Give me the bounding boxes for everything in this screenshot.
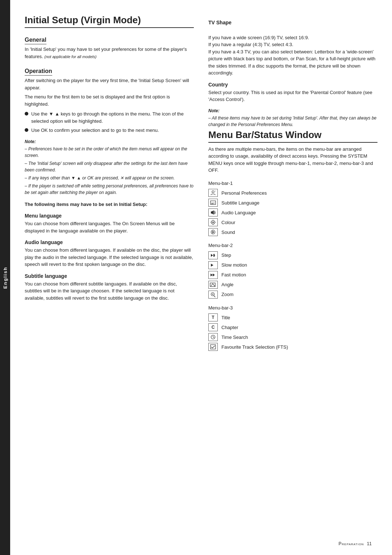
svg-marker-17 xyxy=(211,264,213,267)
menu-bar-2-label: Menu-bar-2 xyxy=(208,242,377,249)
menu-item-zoom-label: Zoom xyxy=(221,292,233,297)
general-title: General xyxy=(25,37,46,44)
country-title: Country xyxy=(208,82,377,88)
sidebar-label: English xyxy=(3,267,8,289)
step-icon xyxy=(208,251,218,259)
svg-marker-14 xyxy=(211,254,213,257)
svg-point-0 xyxy=(212,191,214,193)
svg-line-22 xyxy=(214,296,215,297)
menu-bar-3-items: T Title C Chapter xyxy=(208,313,377,351)
svg-marker-18 xyxy=(211,274,213,276)
tv-shape-body: If you have a wide screen (16:9) TV, sel… xyxy=(208,27,377,77)
following-items-heading: The following items may have to be set i… xyxy=(25,201,194,208)
audio-language-title: Audio language xyxy=(25,239,194,245)
menu-item-subtitle-label: Subtitle Language xyxy=(221,200,260,206)
menu-item-audio-label: Audio Language xyxy=(221,210,256,215)
footer-page: 11 xyxy=(367,541,372,546)
menu-item-audio: Audio Language xyxy=(208,208,377,216)
menu-item-fts: Favourite Track Selection (FTS) xyxy=(208,343,377,351)
menu-item-colour-label: Colour xyxy=(221,220,235,225)
operation-bullets: Use the ▼ ▲ keys to go through the optio… xyxy=(25,110,194,134)
bullet-item-2: Use OK to confirm your selection and to … xyxy=(25,127,194,134)
menu-item-colour: Colour xyxy=(208,218,377,226)
menu-bar-3-label: Menu-bar-3 xyxy=(208,304,377,312)
colour-icon xyxy=(208,218,218,226)
svg-marker-19 xyxy=(213,274,215,276)
menu-language-title: Menu language xyxy=(25,213,194,219)
svg-point-12 xyxy=(213,232,214,233)
note-text-4: – If the player is switched off while se… xyxy=(25,183,194,196)
menu-item-title: T Title xyxy=(208,313,377,321)
menu-item-step-label: Step xyxy=(221,252,231,258)
note-label: Note: xyxy=(25,138,194,145)
menu-item-fastmotion-label: Fast motion xyxy=(221,272,246,278)
chapter-icon: C xyxy=(208,323,218,331)
operation-title: Operation xyxy=(25,68,52,76)
svg-point-6 xyxy=(212,222,214,223)
left-column: Initial Setup (Virgin Mode) General In '… xyxy=(25,15,194,540)
audio-language-body: You can choose from different languages.… xyxy=(25,247,194,268)
menu-item-zoom: Zoom xyxy=(208,291,377,299)
menu-item-timesearch: Time Search xyxy=(208,333,377,341)
menu-item-title-label: Title xyxy=(221,315,230,320)
subtitle-icon xyxy=(208,199,218,207)
menu-item-sound: Sound xyxy=(208,228,377,236)
menu-item-angle-label: Angle xyxy=(221,282,233,287)
bullet-item-1: Use the ▼ ▲ keys to go through the optio… xyxy=(25,110,194,125)
menu-item-personal-label: Personal Preferences xyxy=(221,190,267,196)
note-text-2: – The 'Initial Setup' screen will only d… xyxy=(25,160,194,173)
angle-icon xyxy=(208,281,218,289)
menu-item-slowmotion-label: Slow motion xyxy=(221,262,247,268)
general-note-small: (not applicable for all models) xyxy=(44,54,97,59)
slowmotion-icon xyxy=(208,261,218,269)
menu-bar-1-items: Personal Preferences Subtitle Language xyxy=(208,189,377,236)
operation-para1: After switching on the player for the ve… xyxy=(25,77,194,91)
audio-icon xyxy=(208,208,218,216)
menu-bar-title: Menu Bar/Status Window xyxy=(208,129,377,143)
menu-bar-2-section: Menu-bar-2 Step xyxy=(208,242,377,299)
right-column: TV Shape If you have a wide screen (16:9… xyxy=(208,15,377,540)
fts-icon xyxy=(208,343,218,351)
sound-icon xyxy=(208,228,218,236)
country-body: Select your country. This is used as inp… xyxy=(208,89,377,103)
timesearch-icon xyxy=(208,333,218,341)
menu-item-chapter: C Chapter xyxy=(208,323,377,331)
bullet-dot-2 xyxy=(25,128,28,132)
sidebar-english-tab: English xyxy=(0,0,10,555)
menu-language-body: You can choose from different languages.… xyxy=(25,220,194,234)
right-note-text: – All these items may have to be set dur… xyxy=(208,115,377,128)
menu-item-subtitle: Subtitle Language xyxy=(208,199,377,207)
menu-item-timesearch-label: Time Search xyxy=(221,335,248,340)
svg-line-1 xyxy=(215,191,216,191)
subtitle-language-title: Subtitle language xyxy=(25,273,194,279)
tv-shape-title: TV Shape xyxy=(208,20,377,25)
menu-item-chapter-label: Chapter xyxy=(221,325,238,330)
page-title: Initial Setup (Virgin Mode) xyxy=(25,15,194,28)
menu-item-slowmotion: Slow motion xyxy=(208,261,377,269)
svg-line-27 xyxy=(213,337,214,338)
menu-item-step: Step xyxy=(208,251,377,259)
fastmotion-icon xyxy=(208,271,218,279)
menu-item-angle: Angle xyxy=(208,281,377,289)
menu-bar-1-label: Menu-bar-1 xyxy=(208,180,377,187)
operation-para2: The menu for the first item to be set is… xyxy=(25,93,194,108)
menu-bar-3-section: Menu-bar-3 T Title C Chapter xyxy=(208,304,377,351)
menu-bar-1-section: Menu-bar-1 Personal Preferences xyxy=(208,180,377,236)
menu-item-personal: Personal Preferences xyxy=(208,189,377,197)
general-body: In 'Initial Setup' you may have to set y… xyxy=(25,46,194,60)
menu-item-sound-label: Sound xyxy=(221,230,235,235)
bullet-dot-1 xyxy=(25,112,28,116)
zoom-icon xyxy=(208,291,218,299)
personal-icon xyxy=(208,189,218,197)
note-text-3: – If any keys other than ▼ ▲ or OK are p… xyxy=(25,175,194,181)
note-text-1: – Preferences have to be set in the orde… xyxy=(25,146,194,159)
menu-bar-2-items: Step Slow motion xyxy=(208,251,377,299)
footer-preparation: Preparation xyxy=(339,541,364,546)
menu-item-fts-label: Favourite Track Selection (FTS) xyxy=(221,344,288,350)
menu-item-fastmotion: Fast motion xyxy=(208,271,377,279)
right-note-label: Note: xyxy=(208,108,377,114)
menu-bar-intro: As there are multiple menu-bars, the ite… xyxy=(208,146,377,174)
title-icon: T xyxy=(208,313,218,321)
subtitle-language-body: You can choose from different subtitle l… xyxy=(25,280,194,302)
